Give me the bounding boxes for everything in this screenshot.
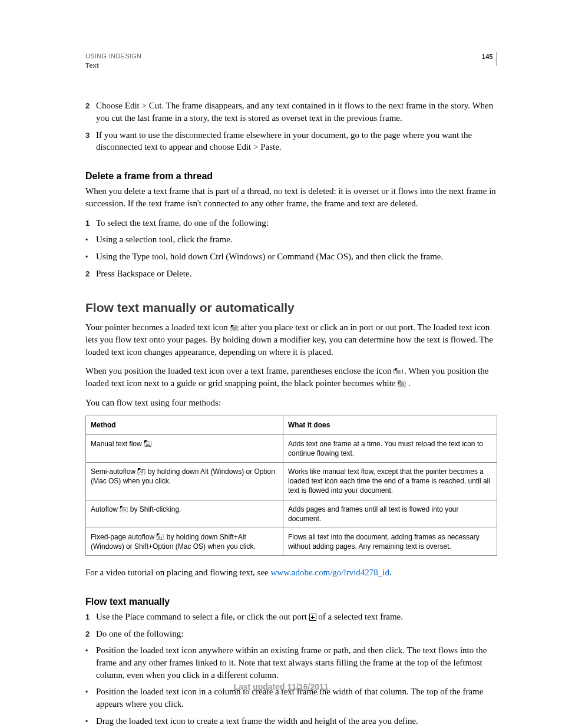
step-item: 3 If you want to use the disconnected fr…	[85, 129, 497, 153]
paragraph: You can flow text using four methods:	[85, 397, 497, 409]
step-text: Do one of the following:	[96, 628, 497, 640]
bullet-mark: •	[85, 233, 96, 246]
bullet-text: Using the Type tool, hold down Ctrl (Win…	[96, 251, 497, 263]
loaded-text-icon	[230, 324, 239, 331]
doc-section: Text	[85, 61, 141, 70]
page-number: 145	[476, 52, 497, 66]
bullet-text: Position the loaded text icon anywhere w…	[96, 644, 497, 681]
step-text: Press Backspace or Delete.	[96, 268, 497, 280]
method-cell: Fixed-page autoflow by holding down Shif…	[86, 528, 283, 555]
bullet-item: • Drag the loaded text icon to create a …	[85, 715, 497, 727]
paragraph: For a video tutorial on placing and flow…	[85, 566, 497, 579]
step-item: 2 Do one of the following:	[85, 628, 497, 640]
desc-cell: Works like manual text flow, except that…	[283, 462, 497, 500]
step-number: 2	[85, 268, 96, 280]
text: For a video tutorial on placing and flow…	[85, 568, 271, 577]
desc-cell: Adds text one frame at a time. You must …	[283, 434, 497, 462]
step-number: 2	[85, 628, 96, 640]
bullet-mark: •	[85, 715, 96, 727]
step-number: 2	[85, 100, 96, 124]
heading-flow-manually: Flow text manually	[85, 595, 497, 608]
method-cell: Semi-autoflow by holding down Alt (Windo…	[86, 462, 283, 500]
bullet-item: • Position the loaded text icon anywhere…	[85, 644, 497, 681]
table-header-desc: What it does	[283, 416, 497, 434]
text: Your pointer becomes a loaded text icon	[85, 322, 230, 332]
step-number: 3	[85, 129, 96, 153]
fixed-page-autoflow-icon	[156, 533, 164, 541]
paragraph: When you position the loaded text icon o…	[85, 365, 497, 389]
step-text: Choose Edit > Cut. The frame disappears,…	[96, 100, 497, 124]
video-link[interactable]: www.adobe.com/go/lrvid4278_id	[271, 568, 390, 577]
step-text: Use the Place command to select a file, …	[96, 611, 497, 623]
paragraph: Your pointer becomes a loaded text icon …	[85, 321, 497, 358]
header-left: USING INDESIGN Text	[85, 52, 141, 70]
table-header-method: Method	[86, 416, 283, 434]
heading-flow-text: Flow text manually or automatically	[85, 299, 497, 317]
step-item: 2 Choose Edit > Cut. The frame disappear…	[85, 100, 497, 124]
heading-delete-frame: Delete a frame from a thread	[85, 170, 497, 183]
semi-autoflow-icon	[137, 468, 146, 475]
paragraph: When you delete a text frame that is par…	[85, 185, 497, 209]
page-footer: Last updated 11/16/2011	[0, 681, 562, 693]
bullet-text: Drag the loaded text icon to create a te…	[96, 715, 497, 727]
step-item: 1 To select the text frame, do one of th…	[85, 217, 497, 229]
step-number: 1	[85, 217, 96, 229]
desc-cell: Flows all text into the document, adding…	[283, 528, 497, 555]
text: .	[408, 378, 411, 388]
table-row: Semi-autoflow by holding down Alt (Windo…	[86, 462, 497, 500]
bullet-mark: •	[85, 251, 96, 263]
table-row: Fixed-page autoflow by holding down Shif…	[86, 528, 497, 555]
svg-rect-24	[157, 535, 164, 539]
autoflow-icon	[120, 506, 128, 513]
page-header: USING INDESIGN Text 145	[85, 52, 497, 70]
manual-flow-icon	[144, 440, 152, 447]
desc-cell: Adds pages and frames until all text is …	[283, 500, 497, 528]
table-row: Autoflow by Shift-clicking. Adds pages a…	[86, 500, 497, 528]
bullet-mark: •	[85, 644, 96, 681]
text: .	[389, 568, 392, 577]
svg-rect-22	[120, 507, 127, 512]
bullet-item: • Using the Type tool, hold down Ctrl (W…	[85, 251, 497, 263]
method-cell: Autoflow by Shift-clicking.	[86, 500, 283, 528]
document-page: USING INDESIGN Text 145 2 Choose Edit > …	[0, 0, 562, 728]
step-item: 2 Press Backspace or Delete.	[85, 268, 497, 280]
out-port-icon	[309, 614, 316, 621]
loaded-text-parentheses-icon	[394, 368, 402, 375]
step-number: 1	[85, 611, 96, 623]
step-text: If you want to use the disconnected fram…	[96, 129, 497, 153]
bullet-text: Using a selection tool, click the frame.	[96, 233, 497, 246]
table-row: Manual text flow Adds text one frame at …	[86, 434, 497, 462]
flow-methods-table: Method What it does Manual text flow	[85, 416, 497, 556]
step-text: To select the text frame, do one of the …	[96, 217, 497, 229]
loaded-text-white-icon	[398, 380, 406, 387]
method-cell: Manual text flow	[86, 434, 283, 462]
doc-title: USING INDESIGN	[85, 52, 141, 61]
step-item: 1 Use the Place command to select a file…	[85, 611, 497, 623]
text: When you position the loaded text icon o…	[85, 366, 394, 375]
bullet-item: • Using a selection tool, click the fram…	[85, 233, 497, 246]
